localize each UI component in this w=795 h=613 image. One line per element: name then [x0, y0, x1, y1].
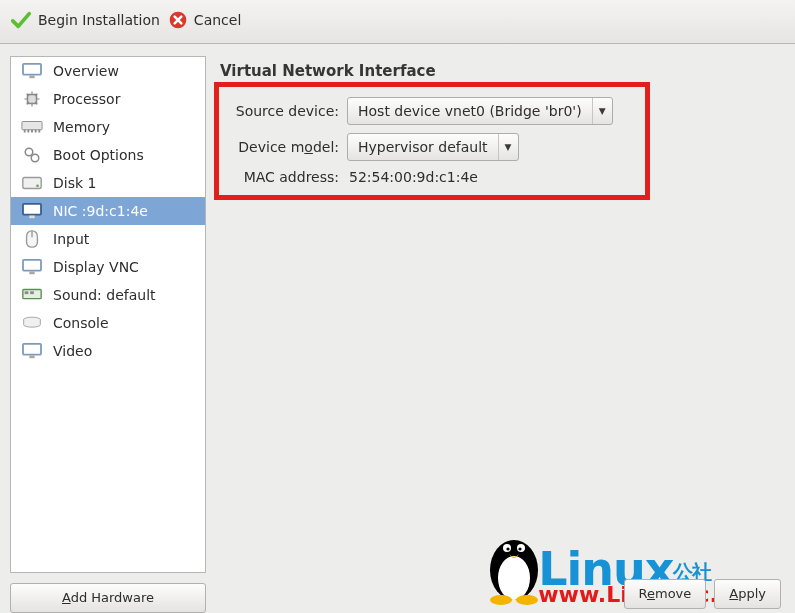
sidebar-item-nic[interactable]: NIC :9d:c1:4e [11, 197, 205, 225]
svg-point-29 [506, 547, 509, 550]
sidebar-item-label: Sound: default [53, 286, 156, 304]
details-panel: Virtual Network Interface Source device:… [214, 56, 787, 613]
display-icon [21, 258, 43, 276]
svg-point-13 [36, 184, 39, 187]
check-icon [10, 9, 32, 31]
row-device-model: Device model: Hypervisor default ▼ [229, 133, 635, 161]
monitor-icon [21, 62, 43, 80]
chevron-down-icon: ▼ [498, 134, 518, 160]
content-area: Overview Processor Memory Boot Options [0, 44, 795, 613]
sidebar-item-label: Display VNC [53, 258, 139, 276]
cancel-icon [168, 10, 188, 30]
svg-rect-8 [35, 130, 37, 133]
sidebar-item-label: NIC :9d:c1:4e [53, 202, 148, 220]
sound-icon [21, 286, 43, 304]
svg-rect-24 [29, 356, 34, 359]
svg-rect-7 [31, 130, 33, 133]
chevron-down-icon: ▼ [592, 98, 612, 124]
sidebar-column: Overview Processor Memory Boot Options [10, 56, 206, 613]
cancel-button[interactable]: Cancel [168, 10, 241, 30]
label-mac-address: MAC address: [229, 169, 339, 185]
sidebar-item-label: Disk 1 [53, 174, 96, 192]
memory-icon [21, 118, 43, 136]
sidebar-item-video[interactable]: Video [11, 337, 205, 365]
sidebar-item-overview[interactable]: Overview [11, 57, 205, 85]
add-hardware-button[interactable]: AAdd Hardwaredd Hardware [10, 583, 206, 613]
sidebar-item-sound[interactable]: Sound: default [11, 281, 205, 309]
sidebar-item-label: Input [53, 230, 89, 248]
sidebar-item-label: Video [53, 342, 92, 360]
svg-point-27 [503, 544, 511, 552]
section-title: Virtual Network Interface [214, 56, 787, 82]
svg-point-28 [517, 544, 525, 552]
begin-install-label: Begin Installation [38, 12, 160, 28]
apply-button[interactable]: Apply [714, 579, 781, 609]
cpu-icon [21, 90, 43, 108]
svg-point-10 [25, 148, 33, 156]
tux-icon [479, 522, 549, 609]
sidebar-item-label: Boot Options [53, 146, 144, 164]
video-icon [21, 342, 43, 360]
svg-rect-20 [25, 291, 29, 294]
svg-rect-5 [24, 130, 26, 133]
begin-install-button[interactable]: Begin Installation [10, 9, 160, 31]
svg-rect-1 [23, 64, 41, 75]
row-source-device: Source device: Host device vnet0 (Bridge… [229, 97, 635, 125]
sidebar-item-memory[interactable]: Memory [11, 113, 205, 141]
svg-rect-12 [23, 178, 41, 189]
sidebar-item-input[interactable]: Input [11, 225, 205, 253]
svg-rect-14 [23, 204, 41, 215]
hardware-sidebar: Overview Processor Memory Boot Options [10, 56, 206, 573]
svg-rect-2 [29, 76, 34, 79]
svg-point-30 [518, 547, 521, 550]
svg-point-32 [516, 595, 538, 605]
boot-options-icon [21, 146, 43, 164]
svg-rect-18 [29, 272, 34, 275]
sidebar-item-disk1[interactable]: Disk 1 [11, 169, 205, 197]
svg-rect-23 [23, 344, 41, 355]
footer-buttons: Remove Apply [624, 579, 781, 609]
svg-point-26 [498, 556, 530, 600]
sidebar-item-label: Overview [53, 62, 119, 80]
label-device-model: Device model: [229, 139, 339, 155]
svg-rect-21 [30, 291, 34, 294]
sidebar-item-label: Console [53, 314, 109, 332]
sidebar-item-display[interactable]: Display VNC [11, 253, 205, 281]
svg-point-11 [31, 154, 39, 162]
sidebar-item-label: Processor [53, 90, 120, 108]
svg-point-31 [490, 595, 512, 605]
cancel-label: Cancel [194, 12, 241, 28]
svg-rect-15 [29, 216, 34, 219]
sidebar-item-label: Memory [53, 118, 110, 136]
sidebar-item-boot[interactable]: Boot Options [11, 141, 205, 169]
disk-icon [21, 174, 43, 192]
label-source-device: Source device: [229, 103, 339, 119]
nic-icon [21, 202, 43, 220]
device-model-value: Hypervisor default [348, 139, 498, 155]
svg-rect-9 [38, 130, 40, 133]
top-toolbar: Begin Installation Cancel [0, 0, 795, 44]
sidebar-item-processor[interactable]: Processor [11, 85, 205, 113]
highlight-box: Source device: Host device vnet0 (Bridge… [214, 82, 650, 200]
svg-rect-4 [22, 122, 42, 130]
console-icon [21, 314, 43, 332]
svg-point-25 [490, 540, 538, 600]
source-device-combo[interactable]: Host device vnet0 (Bridge 'br0') ▼ [347, 97, 613, 125]
remove-button[interactable]: Remove [624, 579, 707, 609]
mac-address-value: 52:54:00:9d:c1:4e [347, 169, 478, 185]
svg-rect-17 [23, 260, 41, 271]
row-mac-address: MAC address: 52:54:00:9d:c1:4e [229, 169, 635, 185]
sidebar-item-console[interactable]: Console [11, 309, 205, 337]
mouse-icon [21, 230, 43, 248]
svg-rect-6 [27, 130, 29, 133]
device-model-combo[interactable]: Hypervisor default ▼ [347, 133, 519, 161]
source-device-value: Host device vnet0 (Bridge 'br0') [348, 103, 592, 119]
